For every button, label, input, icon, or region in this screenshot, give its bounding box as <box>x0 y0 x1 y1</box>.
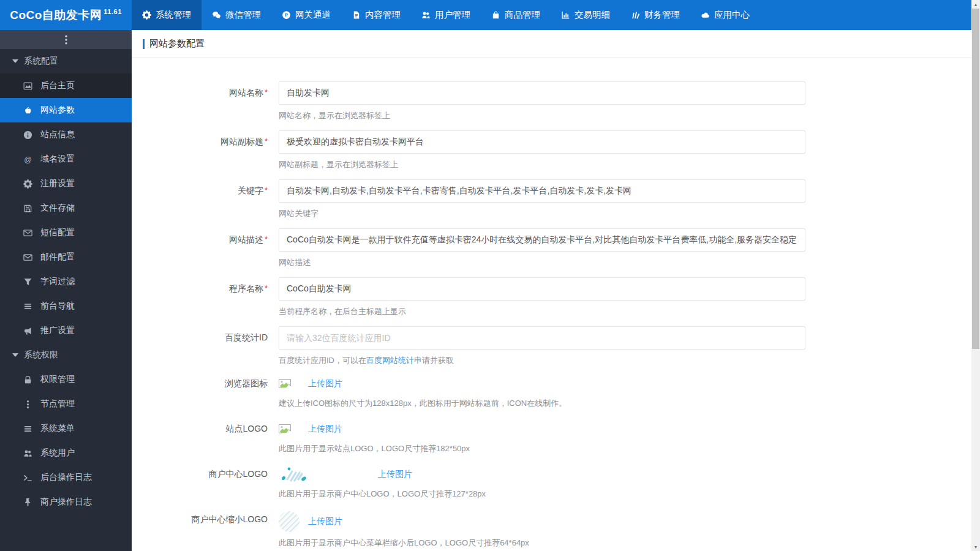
required-mark: * <box>265 283 268 293</box>
upload-row-merchant-logo: 商户中心LOGO 上传图片 此图片用于显示商户中心LOGO，LOGO尺寸推荐12… <box>132 466 971 499</box>
field-label: 关键字* <box>132 179 279 219</box>
broken-image-icon <box>279 379 291 389</box>
form-row-site-subtitle: 网站副标题* 网站副标题，显示在浏览器标签上 <box>132 130 971 170</box>
nav-item-users[interactable]: 用户管理 <box>411 0 481 30</box>
sidebar-collapse-toggle[interactable] <box>0 30 132 49</box>
bar-chart-icon <box>561 10 570 20</box>
baidu-stats-id-input[interactable] <box>279 326 805 350</box>
field-help: 此图片用于显示商户中心LOGO，LOGO尺寸推荐127*28px <box>279 489 805 499</box>
sidebar-item-merchant-log[interactable]: 商户操作日志 <box>0 490 132 514</box>
sidebar-item-system-menu[interactable]: 系统菜单 <box>0 416 132 441</box>
field-help: 网站关键字 <box>279 208 805 219</box>
site-name-input[interactable] <box>279 81 805 105</box>
info-circle-icon <box>23 130 32 140</box>
field-help: 建议上传ICO图标的尺寸为128x128px，此图标用于网站标题前，ICON在线… <box>279 398 805 408</box>
document-icon <box>352 10 361 20</box>
site-subtitle-input[interactable] <box>279 130 805 154</box>
sidebar-item-permission-mgmt[interactable]: 权限管理 <box>0 367 132 392</box>
sidebar-item-label: 网站参数 <box>40 105 75 116</box>
apple-icon <box>23 106 32 115</box>
sidebar-item-sms-config[interactable]: 短信配置 <box>0 220 132 245</box>
envelope-icon <box>23 253 32 262</box>
upload-image-button[interactable]: 上传图片 <box>308 516 342 527</box>
required-mark: * <box>265 88 268 97</box>
nav-item-wechat[interactable]: 微信管理 <box>202 0 271 30</box>
filter-icon <box>23 277 32 287</box>
field-label: 网站名称* <box>132 81 279 121</box>
scroll-up-arrow-icon[interactable]: ▲ <box>971 0 980 9</box>
scrollbar-thumb[interactable] <box>972 9 979 349</box>
shopping-bag-icon <box>491 10 500 20</box>
sidebar-item-site-params[interactable]: 网站参数 <box>0 98 132 122</box>
upload-image-button[interactable]: 上传图片 <box>308 378 342 389</box>
pin-icon <box>23 498 32 507</box>
nav-label: 网关通道 <box>295 9 331 21</box>
sidebar-item-label: 节点管理 <box>40 399 75 410</box>
ellipsis-v-icon <box>23 400 32 409</box>
list-icon <box>23 302 32 311</box>
upload-row-favicon: 浏览器图标 上传图片 建议上传ICO图标的尺寸为128x128px，此图标用于网… <box>132 375 971 408</box>
required-mark: * <box>265 234 268 244</box>
sidebar-item-site-info[interactable]: 站点信息 <box>0 122 132 147</box>
field-label: 网站描述* <box>132 228 279 268</box>
sidebar-item-front-nav[interactable]: 前台导航 <box>0 294 132 318</box>
gear-icon <box>23 179 32 189</box>
scroll-down-arrow-icon[interactable]: ▼ <box>971 542 980 551</box>
nav-item-finance[interactable]: 财务管理 <box>620 0 690 30</box>
page-header: 网站参数配置 <box>132 30 971 58</box>
sidebar-item-label: 短信配置 <box>40 227 75 238</box>
page-scrollbar[interactable]: ▲ ▼ <box>971 0 980 551</box>
sidebar-item-promotion-settings[interactable]: 推广设置 <box>0 318 132 343</box>
sidebar-item-system-users[interactable]: 系统用户 <box>0 441 132 465</box>
vertical-ellipsis-icon <box>65 35 67 45</box>
top-navbar: CoCo自助发卡网11.61 系统管理 微信管理 P 网关通道 内容管理 用户管… <box>0 0 971 30</box>
field-label: 商户中心LOGO <box>132 466 279 499</box>
baidu-stats-link[interactable]: 百度网站统计 <box>366 356 414 365</box>
site-description-input[interactable] <box>279 228 805 252</box>
nav-item-gateway[interactable]: P 网关通道 <box>271 0 341 30</box>
sidebar-item-label: 系统用户 <box>40 448 75 459</box>
sidebar-section-system-config[interactable]: 系统配置 <box>0 49 132 73</box>
program-name-input[interactable] <box>279 277 805 301</box>
form-row-baidu-id: 百度统计ID 百度统计应用ID，可以在百度网站统计申请并获取 <box>132 326 971 365</box>
nav-label: 用户管理 <box>435 9 470 21</box>
sidebar-item-dashboard[interactable]: 后台主页 <box>0 73 132 98</box>
field-help: 网站描述 <box>279 257 805 268</box>
sidebar-section-system-permissions[interactable]: 系统权限 <box>0 343 132 367</box>
svg-text:@: @ <box>24 155 31 163</box>
upload-image-button[interactable]: 上传图片 <box>378 469 412 480</box>
cloud-icon <box>701 10 710 20</box>
sidebar-item-node-mgmt[interactable]: 节点管理 <box>0 392 132 416</box>
nav-item-goods[interactable]: 商品管理 <box>481 0 551 30</box>
floppy-icon <box>23 204 32 213</box>
field-label: 商户中心缩小LOGO <box>132 511 279 548</box>
megaphone-icon <box>23 326 32 335</box>
at-sign-icon: @ <box>23 155 32 164</box>
sidebar-item-mail-config[interactable]: 邮件配置 <box>0 245 132 269</box>
required-mark: * <box>265 186 268 195</box>
nav-item-content[interactable]: 内容管理 <box>341 0 411 30</box>
sidebar-item-file-storage[interactable]: 文件存储 <box>0 196 132 220</box>
money-icon <box>631 10 640 20</box>
sidebar-item-admin-log[interactable]: 后台操作日志 <box>0 465 132 490</box>
sidebar-item-word-filter[interactable]: 字词过滤 <box>0 269 132 294</box>
nav-item-transactions[interactable]: 交易明细 <box>551 0 620 30</box>
merchant-logo-image <box>279 466 371 483</box>
keywords-input[interactable] <box>279 179 805 203</box>
sidebar-item-register-settings[interactable]: 注册设置 <box>0 171 132 196</box>
sidebar-item-label: 域名设置 <box>40 154 75 165</box>
form-row-program-name: 程序名称* 当前程序名称，在后台主标题上显示 <box>132 277 971 317</box>
nav-item-appcenter[interactable]: 应用中心 <box>690 0 760 30</box>
nav-item-system[interactable]: 系统管理 <box>132 0 202 30</box>
field-label: 浏览器图标 <box>132 375 279 408</box>
form-row-keywords: 关键字* 网站关键字 <box>132 179 971 219</box>
field-label: 百度统计ID <box>132 326 279 365</box>
lock-icon <box>23 375 32 384</box>
sidebar-item-label: 前台导航 <box>40 301 75 312</box>
svg-text:P: P <box>285 12 288 18</box>
upload-image-button[interactable]: 上传图片 <box>308 424 342 435</box>
field-help: 网站名称，显示在浏览器标签上 <box>279 110 805 121</box>
sidebar-item-label: 注册设置 <box>40 178 75 189</box>
brand-logo[interactable]: CoCo自助发卡网11.61 <box>0 0 132 30</box>
sidebar-item-domain-settings[interactable]: @ 域名设置 <box>0 147 132 171</box>
